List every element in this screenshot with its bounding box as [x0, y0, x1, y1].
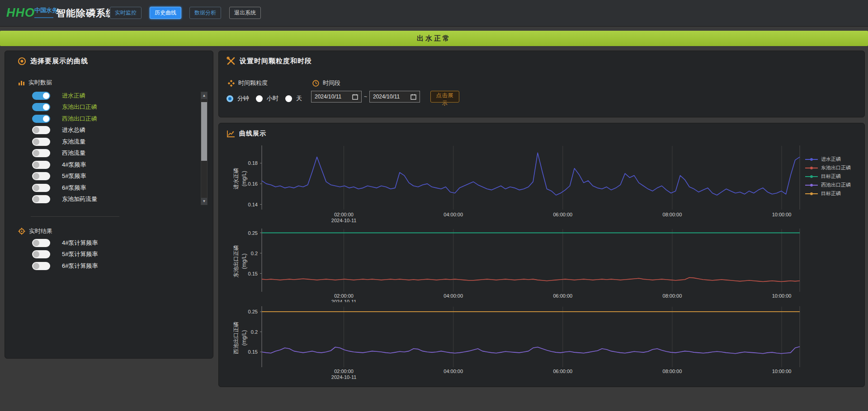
toggle-label: 6#泵频率	[62, 184, 86, 192]
toggle-switch[interactable]	[32, 184, 50, 192]
curve-toggle-row[interactable]: 4#泵频率	[32, 159, 97, 171]
svg-text:0.15: 0.15	[248, 349, 258, 355]
legend-item[interactable]: 目标正磷	[805, 189, 851, 198]
tools-icon	[226, 56, 236, 65]
svg-text:2024-10-11: 2024-10-11	[331, 374, 356, 380]
date-range-row: 2024/10/11 ~ 2024/10/11 点击展示	[311, 91, 459, 103]
curve-toggle-row[interactable]: 4#泵计算频率	[32, 237, 98, 249]
radio-label: 天	[296, 94, 302, 103]
toggle-label: 进水正磷	[62, 92, 85, 100]
curve-toggle-row[interactable]: 西池流量	[32, 148, 97, 159]
period-label: 时间段	[323, 79, 340, 87]
scroll-up-arrow[interactable]: ▲	[201, 92, 207, 99]
nav-button-1[interactable]: 实时监控	[110, 7, 142, 19]
legend-item[interactable]: 进水正磷	[805, 155, 851, 163]
toggle-switch[interactable]	[32, 172, 50, 180]
toggle-switch[interactable]	[32, 161, 50, 169]
toggle-switch[interactable]	[32, 92, 50, 100]
toggle-switch[interactable]	[32, 149, 50, 157]
granularity-label: 时间颗粒度	[238, 79, 268, 87]
diamonds-icon	[228, 80, 235, 87]
date-to-input[interactable]: 2024/10/11	[369, 91, 420, 103]
app-root: HHO 中国水务 智能除磷系统 实时监控历史曲线数据分析退出系统 出水正常 选择…	[0, 0, 868, 411]
legend-line	[805, 176, 818, 177]
radio-label: 分钟	[237, 94, 249, 103]
legend-item[interactable]: 西池出口正磷	[805, 181, 851, 189]
toggle-switch[interactable]	[32, 195, 50, 203]
nav-buttons: 实时监控历史曲线数据分析退出系统	[110, 7, 261, 19]
chart-west-outlet-phosphate: 02:00:002024-10-1104:00:0006:00:0008:00:…	[219, 303, 865, 382]
section-realtime-results: 实时结果	[18, 227, 52, 235]
period-label-row: 时间段	[312, 79, 340, 87]
svg-text:0.25: 0.25	[248, 230, 258, 236]
legend-label: 目标正磷	[821, 173, 841, 180]
granularity-option[interactable]: 天	[285, 94, 302, 103]
toggle-switch[interactable]	[32, 250, 50, 258]
toggle-label: 进水总磷	[62, 126, 85, 134]
svg-text:04:00:00: 04:00:00	[443, 293, 463, 299]
curve-toggle-row[interactable]: 5#泵频率	[32, 171, 97, 182]
toggle-switch[interactable]	[32, 138, 50, 146]
section-realtime-data: 实时数据	[18, 79, 52, 87]
curve-toggle-row[interactable]: 东池加药流量	[32, 194, 97, 206]
radio-button[interactable]	[285, 95, 292, 102]
toggle-switch[interactable]	[32, 126, 50, 134]
svg-text:2024-10-11: 2024-10-11	[331, 299, 356, 302]
curve-toggle-row[interactable]: 5#泵计算频率	[32, 249, 98, 261]
radio-button[interactable]	[226, 95, 233, 102]
app-title: 智能除磷系统	[56, 7, 116, 19]
toggle-switch[interactable]	[32, 115, 50, 123]
legend-line	[805, 159, 818, 160]
curve-toggle-row[interactable]: 进水总磷	[32, 125, 97, 136]
top-nav: HHO 中国水务 智能除磷系统 实时监控历史曲线数据分析退出系统	[0, 0, 868, 27]
svg-text:10:00:00: 10:00:00	[772, 293, 792, 299]
date-to-value: 2024/10/11	[373, 93, 400, 100]
status-banner: 出水正常	[0, 31, 868, 46]
granularity-option[interactable]: 小时	[256, 94, 278, 103]
curve-toggle-row[interactable]: 东池出口正磷	[32, 102, 97, 113]
toggle-label: 5#泵计算频率	[62, 250, 98, 258]
curve-toggle-row[interactable]: 6#泵计算频率	[32, 260, 98, 272]
granularity-label-row: 时间颗粒度	[228, 79, 268, 87]
date-from-input[interactable]: 2024/10/11	[311, 91, 362, 103]
svg-text:02:00:00: 02:00:00	[334, 212, 354, 217]
show-button[interactable]: 点击展示	[430, 91, 459, 103]
granularity-options: 分钟小时天	[226, 94, 302, 103]
toggle-switch[interactable]	[32, 239, 50, 247]
nav-button-2[interactable]: 历史曲线	[150, 7, 181, 19]
toggle-switch[interactable]	[32, 103, 50, 111]
legend-label: 东池出口正磷	[821, 164, 851, 171]
eye-icon	[18, 57, 26, 65]
granularity-option[interactable]: 分钟	[226, 94, 249, 103]
svg-text:0.25: 0.25	[248, 309, 258, 314]
nav-button-4[interactable]: 退出系统	[229, 7, 261, 19]
bar-chart-icon	[18, 79, 25, 86]
svg-text:2024-10-11: 2024-10-11	[331, 218, 356, 223]
chart-inlet-phosphate: 02:00:002024-10-1104:00:0006:00:0008:00:…	[219, 136, 865, 224]
legend-item[interactable]: 目标正磷	[805, 172, 851, 181]
svg-text:08:00:00: 08:00:00	[663, 293, 682, 299]
toggle-switch[interactable]	[32, 262, 50, 270]
sidebar-divider	[31, 216, 119, 217]
svg-text:(mg/L): (mg/L)	[241, 253, 247, 269]
calendar-icon	[410, 94, 416, 100]
legend-item[interactable]: 东池出口正磷	[805, 163, 851, 172]
chart-legend: 进水正磷东池出口正磷目标正磷西池出口正磷目标正磷	[805, 155, 851, 198]
radio-button[interactable]	[256, 95, 263, 102]
legend-line	[805, 168, 818, 168]
charts-panel: 曲线展示 02:00:002024-10-1104:00:0006:00:000…	[218, 123, 865, 387]
scroll-thumb[interactable]	[201, 102, 207, 161]
curve-toggle-row[interactable]: 东池流量	[32, 136, 97, 148]
calendar-icon	[352, 94, 358, 100]
sidebar-scrollbar[interactable]: ▲ ▼	[201, 92, 208, 205]
gear-icon	[18, 228, 25, 235]
scroll-down-arrow[interactable]: ▼	[201, 198, 207, 205]
curve-toggle-row[interactable]: 6#泵频率	[32, 182, 97, 194]
curve-toggle-row[interactable]: 进水正磷	[32, 90, 97, 102]
svg-text:02:00:00: 02:00:00	[334, 369, 354, 374]
toggle-label: 西池流量	[62, 149, 85, 157]
svg-text:08:00:00: 08:00:00	[663, 212, 682, 217]
curve-toggle-row[interactable]: 西池出口正磷	[32, 113, 97, 125]
nav-button-3[interactable]: 数据分析	[189, 7, 221, 19]
section-title: 实时数据	[28, 79, 52, 87]
